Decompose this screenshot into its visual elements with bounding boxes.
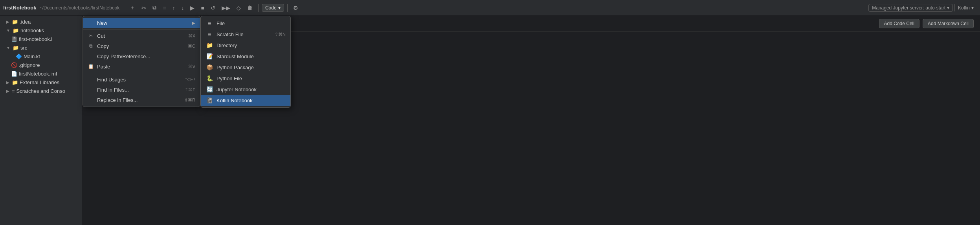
submenu-item-python-package[interactable]: 📦 Python Package	[201, 62, 290, 73]
chevron-down-icon: ▼	[6, 46, 10, 50]
server-info-label: Managed Jupyter server: auto-start	[872, 5, 945, 11]
menu-item-label: Copy Path/Reference...	[97, 53, 150, 59]
sidebar-item-external-libs[interactable]: ▶ 📁 External Libraries	[0, 78, 82, 87]
sidebar-item-label: .gitignore	[19, 62, 40, 68]
context-menu-item-paste[interactable]: 📋 Paste ⌘V	[83, 61, 200, 72]
sidebar-item-label: External Libraries	[20, 79, 59, 85]
scratches-icon: ≡	[12, 88, 15, 94]
context-menu-item-new[interactable]: New ▶	[83, 18, 200, 28]
dropdown-arrow-icon: ▾	[278, 5, 281, 11]
add-code-cell-button[interactable]: Add Code Cell	[879, 19, 919, 28]
paste-shortcut: ⌘V	[188, 64, 195, 69]
iml-icon: 📄	[11, 71, 17, 77]
submenu-item-label: Jupyter Notebook	[217, 87, 257, 92]
gear-icon: ⚙	[293, 5, 298, 11]
move-down-button[interactable]: ↓	[179, 3, 186, 13]
sidebar-item-first-notebook[interactable]: 📓 first-notebook.i	[0, 35, 82, 43]
submenu-item-directory[interactable]: 📁 Directory	[201, 40, 290, 51]
menu-item-left: Find Usages	[88, 77, 126, 83]
folder-icon: 📁	[13, 28, 19, 33]
stop-button[interactable]: ■	[198, 3, 206, 13]
server-dropdown-icon: ▾	[947, 5, 949, 11]
add-button[interactable]: ＋	[127, 3, 138, 13]
submenu-item-jupyter-notebook[interactable]: 🔄 Jupyter Notebook	[201, 84, 290, 95]
context-menu-item-copy[interactable]: ⧉ Copy ⌘C	[83, 41, 200, 51]
cut-shortcut: ⌘X	[188, 33, 195, 39]
sidebar-item-src[interactable]: ▼ 📁 src	[0, 43, 82, 52]
copy-shortcut: ⌘C	[188, 44, 195, 49]
context-menu-item-replace-files[interactable]: Replace in Files... ⇧⌘R	[83, 95, 200, 105]
folder-icon: 📁	[13, 45, 19, 51]
menu-item-label: Find Usages	[97, 77, 126, 83]
menu-item-label: Find in Files...	[97, 87, 129, 93]
context-menu-item-find-files[interactable]: Find in Files... ⇧⌘F	[83, 85, 200, 95]
sidebar-item-label: first-notebook.i	[19, 36, 52, 42]
submenu-item-label: Directory	[217, 42, 237, 48]
kotlin-indicator: Kotlin ▾	[954, 4, 977, 11]
sidebar-item-scratches[interactable]: ▶ ≡ Scratches and Conso	[0, 87, 82, 95]
chevron-down-icon: ▼	[6, 28, 10, 33]
menu-item-left: New	[88, 20, 107, 26]
separator-1	[258, 4, 259, 12]
cut-icon: ✂	[88, 33, 94, 39]
scratch-file-icon: ≡	[206, 31, 213, 37]
main-toolbar: firstNotebook ~/Documents/notebooks/firs…	[0, 0, 980, 16]
menu-item-label: New	[97, 20, 107, 26]
sidebar-item-idea[interactable]: ▶ 📁 .idea	[0, 17, 82, 26]
move-up-button[interactable]: ↑	[170, 3, 177, 13]
menu-item-left: Replace in Files...	[88, 97, 138, 103]
paste-button[interactable]: ≡	[160, 3, 168, 13]
sidebar-item-label: .idea	[20, 19, 31, 25]
debug-button[interactable]: ◇	[234, 3, 243, 13]
menu-item-left: ⧉ Copy	[88, 43, 109, 49]
sidebar-item-label: firstNotebook.iml	[19, 71, 57, 77]
scratch-file-shortcut: ⇧⌘N	[275, 32, 286, 37]
replace-files-shortcut: ⇧⌘R	[184, 98, 195, 103]
menu-item-left: ✂ Cut	[88, 33, 105, 39]
cell-type-dropdown[interactable]: Code ▾	[262, 4, 284, 12]
main-area: ▶ 📁 .idea ▼ 📁 notebooks 📓 first-notebook…	[0, 16, 980, 225]
run-button[interactable]: ▶	[188, 3, 197, 13]
submenu-arrow-icon: ▶	[192, 21, 195, 25]
server-info[interactable]: Managed Jupyter server: auto-start ▾	[868, 4, 953, 12]
stardust-icon: 📝	[206, 53, 213, 59]
folder-icon: 📁	[12, 79, 18, 85]
separator-2	[287, 4, 288, 12]
submenu-item-python-file[interactable]: 🐍 Python File	[201, 73, 290, 84]
sidebar-item-main-kt[interactable]: 🔷 Main.kt	[0, 52, 82, 61]
copy-button[interactable]: ⧉	[150, 3, 159, 13]
submenu-item-stardust[interactable]: 📝 Stardust Module	[201, 51, 290, 62]
submenu-item-file[interactable]: ≡ File	[201, 18, 290, 29]
python-package-icon: 📦	[206, 64, 213, 70]
find-usages-shortcut: ⌥F7	[185, 77, 195, 82]
add-markdown-cell-button[interactable]: Add Markdown Cell	[923, 19, 974, 28]
sidebar-item-gitignore[interactable]: 🚫 .gitignore	[0, 61, 82, 69]
sidebar-item-label: Main.kt	[24, 53, 40, 59]
context-menu-item-find-usages[interactable]: Find Usages ⌥F7	[83, 74, 200, 85]
paste-icon: 📋	[88, 64, 94, 69]
menu-item-label: Paste	[97, 64, 110, 70]
submenu-item-kotlin-notebook[interactable]: 📓 Kotlin Notebook	[201, 95, 290, 106]
submenu-item-label: Python File	[217, 76, 242, 81]
menu-item-left: 📋 Paste	[88, 64, 110, 70]
sidebar-item-notebooks[interactable]: ▼ 📁 notebooks	[0, 26, 82, 35]
submenu-item-scratch-file[interactable]: ≡ Scratch File ⇧⌘N	[201, 29, 290, 40]
menu-item-label: Copy	[97, 43, 109, 49]
settings-button[interactable]: ⚙	[291, 3, 301, 13]
submenu-item-label: Scratch File	[217, 31, 244, 37]
kotlin-nb-icon: 📓	[11, 36, 17, 42]
run-all-button[interactable]: ▶▶	[219, 3, 233, 13]
clear-button[interactable]: 🗑	[245, 3, 255, 13]
sidebar-item-label: Scratches and Conso	[17, 88, 65, 94]
sidebar-item-iml[interactable]: 📄 firstNotebook.iml	[0, 69, 82, 78]
chevron-right-icon: ▶	[6, 80, 9, 85]
context-menu-item-cut[interactable]: ✂ Cut ⌘X	[83, 31, 200, 41]
project-path: ~/Documents/notebooks/firstNotebook	[40, 5, 120, 11]
context-menu-item-copy-path[interactable]: Copy Path/Reference...	[83, 51, 200, 61]
restart-button[interactable]: ↺	[208, 3, 218, 13]
directory-icon: 📁	[206, 42, 213, 48]
cut-button[interactable]: ✂	[139, 3, 149, 13]
gitignore-icon: 🚫	[11, 62, 17, 68]
chevron-right-icon: ▶	[6, 89, 9, 93]
file-icon: ≡	[206, 20, 213, 26]
